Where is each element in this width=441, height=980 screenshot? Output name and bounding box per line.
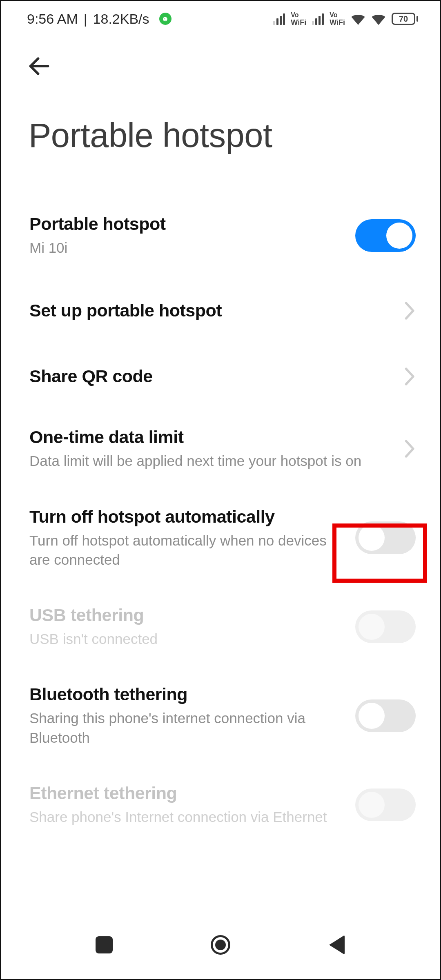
row-data-limit[interactable]: One-time data limit Data limit will be a… <box>29 409 416 488</box>
status-net-rate: 18.2KB/s <box>93 11 149 27</box>
recents-button[interactable] <box>80 929 129 961</box>
back-button[interactable] <box>22 49 56 83</box>
setup-title: Set up portable hotspot <box>29 301 392 321</box>
status-left: 9:56 AM | 18.2KB/s ☻ <box>27 11 172 27</box>
eth-toggle <box>355 788 416 821</box>
status-separator: | <box>84 11 87 27</box>
wifi1-icon <box>351 13 365 25</box>
eth-sub: Share phone's Internet connection via Et… <box>29 807 343 826</box>
signal-sim2-icon <box>312 13 324 25</box>
hotspot-toggle[interactable] <box>355 219 416 252</box>
row-portable-hotspot[interactable]: Portable hotspot Mi 10i <box>29 196 416 275</box>
hotspot-sub: Mi 10i <box>29 238 343 257</box>
bt-title: Bluetooth tethering <box>29 684 343 704</box>
header: Portable hotspot <box>1 37 440 155</box>
square-icon <box>96 936 113 953</box>
usb-sub: USB isn't connected <box>29 629 343 648</box>
triangle-left-icon <box>329 935 345 955</box>
bt-toggle[interactable] <box>355 699 416 732</box>
battery-percent: 70 <box>399 14 408 24</box>
auto-off-toggle[interactable] <box>355 521 416 554</box>
row-ethernet-tethering: Ethernet tethering Share phone's Interne… <box>29 765 416 844</box>
row-bluetooth-tethering[interactable]: Bluetooth tethering Sharing this phone's… <box>29 666 416 765</box>
circle-icon <box>211 935 230 955</box>
bt-sub: Sharing this phone's internet connection… <box>29 708 343 747</box>
status-right: Vo WiFi Vo WiFi 70 <box>273 11 418 26</box>
face-status-icon: ☻ <box>159 13 172 25</box>
wifi-label: WiFi <box>291 19 306 26</box>
status-bar: 9:56 AM | 18.2KB/s ☻ Vo WiFi Vo WiFi 70 <box>1 1 440 37</box>
auto-off-title: Turn off hotspot automatically <box>29 507 343 527</box>
battery-icon: 70 <box>392 13 418 25</box>
home-button[interactable] <box>196 929 245 961</box>
signal-sim1-icon <box>273 13 285 25</box>
wifi-label: WiFi <box>330 19 345 26</box>
row-share-qr[interactable]: Share QR code <box>29 343 416 409</box>
chevron-right-icon <box>404 440 416 458</box>
status-time: 9:56 AM <box>27 11 78 27</box>
vo-label: Vo <box>330 11 337 19</box>
usb-toggle <box>355 610 416 643</box>
vo-label: Vo <box>291 11 298 19</box>
nav-bar <box>1 922 440 979</box>
wifi2-icon <box>371 13 386 25</box>
usb-title: USB tethering <box>29 605 343 625</box>
chevron-right-icon <box>404 368 416 385</box>
vowifi1-icon: Vo WiFi <box>291 11 306 26</box>
row-auto-off[interactable]: Turn off hotspot automatically Turn off … <box>29 489 416 588</box>
chevron-right-icon <box>404 302 416 320</box>
hotspot-title: Portable hotspot <box>29 214 343 234</box>
limit-sub: Data limit will be applied next time you… <box>29 451 392 470</box>
row-usb-tethering: USB tethering USB isn't connected <box>29 587 416 666</box>
vowifi2-icon: Vo WiFi <box>330 11 345 26</box>
nav-back-button[interactable] <box>312 929 361 961</box>
settings-list: Portable hotspot Mi 10i Set up portable … <box>1 155 440 844</box>
qr-title: Share QR code <box>29 366 392 386</box>
limit-title: One-time data limit <box>29 427 392 447</box>
auto-off-sub: Turn off hotspot automatically when no d… <box>29 531 343 570</box>
arrow-left-icon <box>26 53 52 79</box>
eth-title: Ethernet tethering <box>29 783 343 803</box>
row-setup-hotspot[interactable]: Set up portable hotspot <box>29 275 416 343</box>
page-title: Portable hotspot <box>29 116 418 155</box>
